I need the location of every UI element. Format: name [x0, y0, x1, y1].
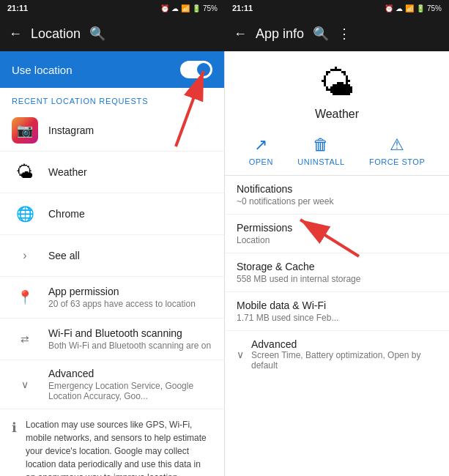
- permissions-item[interactable]: Permissions Location: [225, 215, 449, 253]
- right-advanced-subtitle: Screen Time, Battery optimization, Open …: [251, 350, 437, 371]
- app-permission-icon: 📍: [12, 284, 38, 310]
- location-toggle[interactable]: [180, 61, 212, 78]
- mobile-data-subtitle: 1.71 MB used since Feb...: [237, 313, 437, 323]
- left-search-icon[interactable]: 🔍: [89, 26, 105, 42]
- notifications-item[interactable]: Notifications ~0 notifications per week: [225, 176, 449, 215]
- advanced-subtitle: Emergency Location Service, Google Locat…: [48, 381, 212, 401]
- app-name: Weather: [315, 108, 359, 121]
- instagram-label: Instagram: [48, 124, 94, 136]
- wifi-bt-subtitle: Both Wi-Fi and Bluetooth scanning are on: [48, 341, 211, 351]
- list-item-advanced[interactable]: ∨ Advanced Emergency Location Service, G…: [0, 360, 224, 409]
- storage-item[interactable]: Storage & Cache 558 MB used in internal …: [225, 253, 449, 292]
- left-status-time: 21:11: [7, 4, 28, 12]
- list-item-chrome[interactable]: 🌐 Chrome: [0, 193, 224, 235]
- right-more-icon[interactable]: ⋮: [338, 26, 351, 42]
- weather-icon: 🌤: [12, 159, 38, 185]
- advanced-title: Advanced: [48, 368, 212, 379]
- app-permission-title: App permission: [48, 286, 196, 297]
- force-stop-icon: ⚠: [390, 135, 404, 155]
- open-label: OPEN: [249, 157, 273, 166]
- weather-label: Weather: [48, 166, 87, 178]
- permissions-title: Permissions: [237, 222, 437, 234]
- open-icon: ↗: [254, 135, 267, 155]
- storage-title: Storage & Cache: [237, 261, 437, 272]
- right-advanced-title: Advanced: [251, 338, 437, 350]
- left-panel-title: Location: [31, 26, 81, 42]
- wifi-bt-title: Wi-Fi and Bluetooth scanning: [48, 327, 211, 339]
- list-item-see-all[interactable]: › See all: [0, 235, 224, 277]
- see-all-icon: ›: [12, 242, 38, 269]
- toggle-label: Use location: [12, 64, 73, 76]
- list-item-instagram[interactable]: 📷 Instagram: [0, 110, 224, 152]
- use-location-row[interactable]: Use location: [0, 51, 224, 88]
- mobile-data-item[interactable]: Mobile data & Wi-Fi 1.71 MB used since F…: [225, 292, 449, 331]
- right-advanced-item[interactable]: ∨ Advanced Screen Time, Battery optimiza…: [225, 331, 449, 378]
- app-actions: ↗ OPEN 🗑 UNINSTALL ⚠ FORCE STOP: [225, 127, 449, 176]
- right-status-time: 21:11: [232, 4, 253, 12]
- notifications-title: Notifications: [237, 183, 437, 195]
- app-header-section: 🌤 Weather: [225, 51, 449, 127]
- left-status-icons: ⏰☁📶🔋75%: [160, 4, 218, 12]
- right-advanced-icon: ∨: [237, 349, 244, 360]
- notifications-subtitle: ~0 notifications per week: [237, 196, 437, 207]
- section-label: RECENT LOCATION REQUESTS: [0, 88, 224, 110]
- chrome-icon: 🌐: [12, 201, 38, 227]
- right-search-icon[interactable]: 🔍: [313, 26, 329, 42]
- uninstall-label: UNINSTALL: [297, 157, 344, 166]
- instagram-icon: 📷: [12, 117, 38, 144]
- location-info-box: ℹ Location may use sources like GPS, Wi-…: [0, 409, 224, 476]
- uninstall-icon: 🗑: [313, 135, 329, 155]
- info-text: Location may use sources like GPS, Wi-Fi…: [26, 418, 212, 476]
- left-back-icon[interactable]: ←: [9, 26, 22, 42]
- force-stop-action[interactable]: ⚠ FORCE STOP: [369, 135, 425, 166]
- right-panel-title: App info: [256, 26, 304, 42]
- app-permission-subtitle: 20 of 63 apps have access to location: [48, 299, 196, 309]
- open-action[interactable]: ↗ OPEN: [249, 135, 273, 166]
- right-back-icon[interactable]: ←: [234, 26, 247, 42]
- info-icon: ℹ: [12, 420, 17, 476]
- list-item-app-permission[interactable]: 📍 App permission 20 of 63 apps have acce…: [0, 277, 224, 319]
- mobile-data-title: Mobile data & Wi-Fi: [237, 300, 437, 311]
- list-item-weather[interactable]: 🌤 Weather: [0, 152, 224, 193]
- permissions-subtitle: Location: [237, 235, 437, 245]
- wifi-bt-icon: ⇄: [12, 326, 38, 352]
- force-stop-label: FORCE STOP: [369, 157, 425, 166]
- uninstall-action[interactable]: 🗑 UNINSTALL: [297, 135, 344, 166]
- advanced-expand-icon: ∨: [12, 371, 38, 398]
- see-all-label: See all: [48, 250, 80, 261]
- chrome-label: Chrome: [48, 208, 85, 220]
- app-icon: 🌤: [319, 63, 355, 103]
- list-item-wifi-bt[interactable]: ⇄ Wi-Fi and Bluetooth scanning Both Wi-F…: [0, 319, 224, 360]
- storage-subtitle: 558 MB used in internal storage: [237, 274, 437, 284]
- right-status-icons: ⏰☁📶🔋75%: [385, 4, 442, 12]
